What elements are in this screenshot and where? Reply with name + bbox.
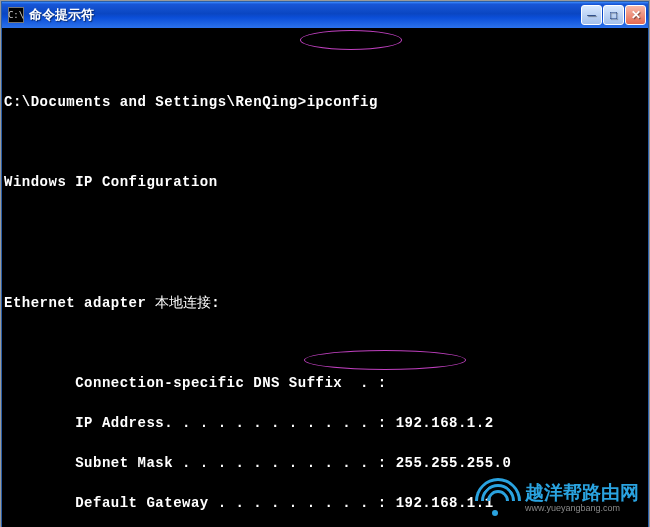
output-line: C:\Documents and Settings\RenQing>ipconf… xyxy=(4,92,646,112)
wifi-icon xyxy=(473,478,517,518)
titlebar[interactable]: C:\ 命令提示符 ─ □ ✕ xyxy=(2,2,648,28)
watermark-text-url: www.yueyangbang.com xyxy=(525,504,639,513)
annotation-oval-ipconfig xyxy=(300,30,402,50)
output-line xyxy=(4,333,646,353)
output-line xyxy=(4,132,646,152)
output-line: Windows IP Configuration xyxy=(4,172,646,192)
annotation-oval-ping xyxy=(304,350,466,370)
close-button[interactable]: ✕ xyxy=(625,5,646,25)
watermark: 越洋帮路由网 www.yueyangbang.com xyxy=(473,478,639,518)
output-line: IP Address. . . . . . . . . . . . : 192.… xyxy=(4,413,646,433)
window-controls: ─ □ ✕ xyxy=(581,5,646,25)
window-title: 命令提示符 xyxy=(29,6,581,24)
minimize-button[interactable]: ─ xyxy=(581,5,602,25)
app-icon: C:\ xyxy=(8,7,24,23)
output-line xyxy=(4,252,646,272)
output-line: Connection-specific DNS Suffix . : xyxy=(4,373,646,393)
terminal-output[interactable]: C:\Documents and Settings\RenQing>ipconf… xyxy=(2,28,648,527)
maximize-button[interactable]: □ xyxy=(603,5,624,25)
output-line xyxy=(4,212,646,232)
output-line: Ethernet adapter 本地连接: xyxy=(4,292,646,313)
command-prompt-window: C:\ 命令提示符 ─ □ ✕ C:\Documents and Setting… xyxy=(1,1,649,527)
output-line: Subnet Mask . . . . . . . . . . . : 255.… xyxy=(4,453,646,473)
watermark-text-cn: 越洋帮路由网 xyxy=(525,483,639,502)
